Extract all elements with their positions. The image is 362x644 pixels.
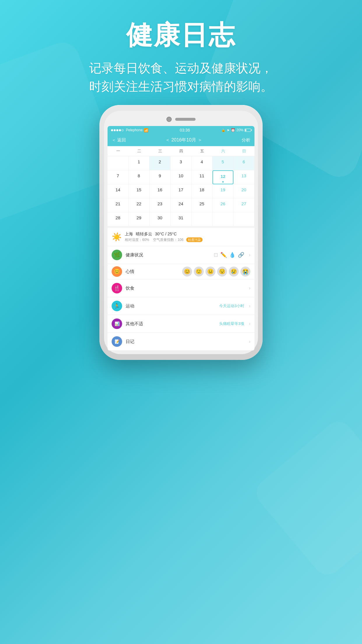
phone-inner: Pelephone 📶 03:36 🔒 ➤ ⏰ 20%	[104, 111, 258, 354]
pencil-icon[interactable]: ✏️	[220, 252, 227, 258]
health-row[interactable]: 🌿 健康状况 ⊡ ✏️ 💧 🔗 ›	[108, 246, 254, 264]
calendar-grid: 1 2 3 4 5 6 7 8 9 10 11 12 13 14 15	[108, 156, 254, 226]
day-label-thu: 四	[171, 146, 191, 156]
cal-cell-empty-4	[233, 212, 254, 226]
link-icon[interactable]: 🔗	[238, 252, 244, 258]
day-label-sun: 日	[233, 146, 254, 156]
status-time: 03:36	[180, 128, 190, 132]
sub-line2: 时刻关注生活习惯对病情的影响。	[89, 80, 273, 93]
cal-cell-18[interactable]: 18	[191, 184, 212, 198]
health-chevron: ›	[249, 252, 250, 258]
cal-cell-3[interactable]: 3	[171, 156, 191, 170]
mood-face-4[interactable]: 😟	[217, 267, 227, 276]
cal-cell-30[interactable]: 30	[150, 212, 171, 226]
cal-cell-25[interactable]: 25	[191, 198, 212, 212]
diet-chevron: ›	[249, 286, 250, 291]
cal-cell-1[interactable]: 1	[129, 156, 150, 170]
diary-chevron: ›	[249, 339, 250, 344]
cal-cell-13[interactable]: 13	[233, 170, 254, 184]
cal-cell-5[interactable]: 5	[212, 156, 233, 170]
scale-icon[interactable]: ⊡	[214, 252, 218, 258]
mood-row[interactable]: 😊 心情 😊 🙂 😐 😟 😢 😭	[108, 264, 254, 279]
cal-cell-9[interactable]: 9	[150, 170, 171, 184]
exercise-value: 今天运动3小时	[219, 303, 244, 309]
mood-icon: 😊	[112, 266, 122, 277]
cal-cell-14[interactable]: 14	[108, 184, 129, 198]
mood-label: 心情	[126, 269, 179, 274]
day-label-tue: 二	[129, 146, 150, 156]
cal-cell-11[interactable]: 11	[191, 170, 212, 184]
discomfort-label: 其他不适	[126, 321, 216, 327]
mood-face-5[interactable]: 😢	[229, 267, 239, 276]
mood-face-1[interactable]: 😊	[182, 267, 192, 276]
day-label-fri: 五	[191, 146, 212, 156]
calendar-day-labels: 一 二 三 四 五 六 日	[108, 146, 254, 156]
location-icon: ➤	[227, 128, 230, 132]
nav-bar: ＜ 返回 ＜ 2016年10月 ＞ 分析	[108, 134, 254, 146]
exercise-icon: 🏃	[112, 301, 122, 311]
cal-cell-29[interactable]: 29	[129, 212, 150, 226]
back-label: ＜ 返回	[112, 137, 126, 143]
day-label-wed: 三	[150, 146, 171, 156]
cal-cell-27[interactable]: 27	[233, 198, 254, 212]
header-area: 健康日志 记录每日饮食、运动及健康状况， 时刻关注生活习惯对病情的影响。	[0, 18, 362, 96]
diet-row[interactable]: 🍴 饮食 ›	[108, 279, 254, 297]
cal-cell-4[interactable]: 4	[191, 156, 212, 170]
phone-mockup: Pelephone 📶 03:36 🔒 ➤ ⏰ 20%	[99, 105, 263, 360]
cal-cell-17[interactable]: 17	[171, 184, 191, 198]
mood-face-2[interactable]: 🙂	[194, 267, 204, 276]
cal-cell-23[interactable]: 23	[150, 198, 171, 212]
cal-cell-12[interactable]: 12	[212, 170, 233, 184]
health-action-icons: ⊡ ✏️ 💧 🔗	[214, 252, 244, 258]
cal-cell-empty-3	[212, 212, 233, 226]
status-bar: Pelephone 📶 03:36 🔒 ➤ ⏰ 20%	[108, 126, 254, 134]
cal-cell-16[interactable]: 16	[150, 184, 171, 198]
cal-cell-2[interactable]: 2	[150, 156, 171, 170]
screen: Pelephone 📶 03:36 🔒 ➤ ⏰ 20%	[108, 126, 254, 351]
analyze-button[interactable]: 分析	[242, 137, 250, 143]
cal-cell-21[interactable]: 21	[108, 198, 129, 212]
phone-outer: Pelephone 📶 03:36 🔒 ➤ ⏰ 20%	[99, 105, 263, 360]
cal-cell-20[interactable]: 20	[233, 184, 254, 198]
exercise-row[interactable]: 🏃 运动 今天运动3小时 ›	[108, 297, 254, 315]
health-icon: 🌿	[112, 250, 122, 260]
day-label-sat: 六	[212, 146, 233, 156]
discomfort-icon: 📊	[112, 318, 122, 329]
mood-face-3[interactable]: 😐	[205, 267, 215, 276]
discomfort-chevron: ›	[249, 321, 250, 326]
cal-cell-7[interactable]: 7	[108, 170, 129, 184]
cal-cell-19[interactable]: 19	[212, 184, 233, 198]
battery-indicator	[245, 129, 251, 132]
cal-cell-28[interactable]: 28	[108, 212, 129, 226]
nav-title[interactable]: ＜ 2016年10月 ＞	[126, 137, 242, 143]
cal-cell-22[interactable]: 22	[129, 198, 150, 212]
camera	[166, 117, 172, 122]
cal-cell-31[interactable]: 31	[171, 212, 191, 226]
cal-cell-10[interactable]: 10	[171, 170, 191, 184]
cal-cell-6[interactable]: 6	[233, 156, 254, 170]
drop-icon[interactable]: 💧	[229, 252, 236, 258]
weather-humidity: 相对湿度：60%	[125, 238, 149, 242]
weather-info: 上海 晴转多云 30°C / 25°C 相对湿度：60% 空气质量指数：106 …	[125, 232, 250, 242]
cal-cell-8[interactable]: 8	[129, 170, 150, 184]
weather-condition: 晴转多云	[136, 232, 152, 236]
bg-decoration-3	[251, 416, 362, 580]
carrier-label: Pelephone	[126, 128, 143, 132]
discomfort-row[interactable]: 📊 其他不适 头痛眩晕等3项 ›	[108, 315, 254, 333]
cal-cell-26[interactable]: 26	[212, 198, 233, 212]
mood-face-6[interactable]: 😭	[240, 267, 250, 276]
cal-cell-24[interactable]: 24	[171, 198, 191, 212]
battery-fill	[245, 129, 246, 131]
pollution-badge: 轻度污染	[186, 237, 203, 242]
diet-icon: 🍴	[112, 283, 122, 293]
discomfort-value: 头痛眩晕等3项	[219, 321, 244, 326]
status-right: 🔒 ➤ ⏰ 20%	[221, 128, 251, 132]
back-button[interactable]: ＜ 返回	[112, 137, 126, 143]
cal-cell-15[interactable]: 15	[129, 184, 150, 198]
exercise-chevron: ›	[249, 303, 250, 309]
exercise-label: 运动	[126, 303, 216, 309]
health-label: 健康状况	[126, 252, 210, 258]
diary-row[interactable]: 📝 日记 ›	[108, 333, 254, 351]
signal-dot-4	[119, 129, 121, 131]
signal-dot-3	[116, 129, 118, 131]
